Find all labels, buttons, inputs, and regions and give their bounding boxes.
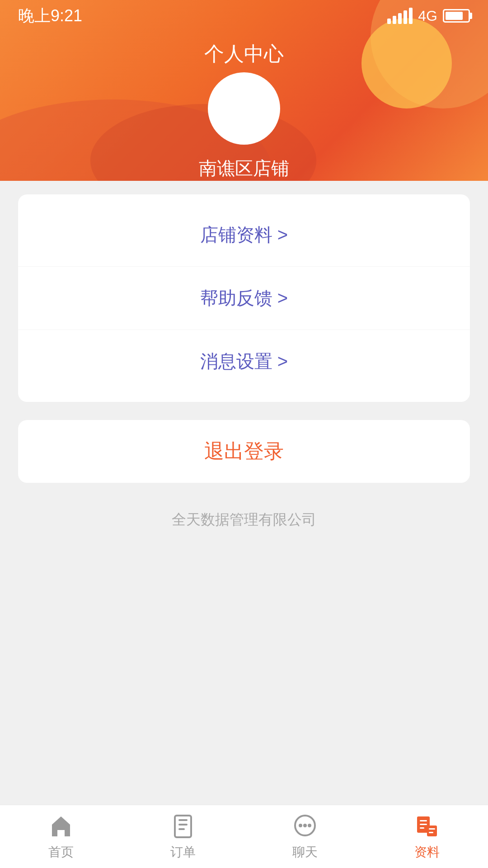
menu-item-shop-profile[interactable]: 店铺资料 > bbox=[18, 203, 470, 267]
page-title: 个人中心 bbox=[204, 41, 284, 67]
chat-icon bbox=[291, 813, 319, 840]
nav-item-chat[interactable]: 聊天 bbox=[244, 813, 366, 861]
status-icons: 4G bbox=[387, 8, 470, 24]
avatar bbox=[208, 72, 280, 145]
profile-icon bbox=[413, 813, 441, 840]
svg-point-7 bbox=[308, 824, 311, 827]
nav-label-order: 订单 bbox=[170, 844, 196, 861]
home-icon bbox=[47, 813, 75, 840]
nav-item-home[interactable]: 首页 bbox=[0, 813, 122, 861]
svg-point-6 bbox=[303, 824, 307, 827]
status-bar: 晚上9:21 4G bbox=[0, 0, 488, 32]
svg-rect-10 bbox=[420, 824, 427, 825]
nav-item-profile[interactable]: 资料 bbox=[366, 813, 488, 861]
svg-rect-12 bbox=[427, 826, 437, 836]
menu-item-message-settings-label: 消息设置 > bbox=[200, 349, 288, 374]
menu-item-help-feedback[interactable]: 帮助反馈 > bbox=[18, 267, 470, 330]
company-name: 全天数据管理有限公司 bbox=[0, 510, 488, 530]
content-area: 店铺资料 > 帮助反馈 > 消息设置 > 退出登录 全天数据管理有限公司 bbox=[0, 181, 488, 805]
svg-rect-0 bbox=[175, 816, 191, 837]
menu-item-message-settings[interactable]: 消息设置 > bbox=[18, 330, 470, 393]
nav-label-home: 首页 bbox=[48, 844, 74, 861]
svg-rect-9 bbox=[420, 820, 427, 821]
menu-item-shop-profile-label: 店铺资料 > bbox=[200, 222, 288, 247]
battery-icon bbox=[443, 9, 470, 23]
svg-point-5 bbox=[299, 824, 302, 827]
username-label: 南谯区店铺 bbox=[199, 156, 289, 181]
nav-item-order[interactable]: 订单 bbox=[122, 813, 244, 861]
nav-label-profile: 资料 bbox=[414, 844, 440, 861]
svg-rect-11 bbox=[420, 827, 424, 829]
hero-decoration-2 bbox=[361, 18, 452, 108]
svg-rect-14 bbox=[429, 832, 433, 833]
status-time: 晚上9:21 bbox=[18, 5, 82, 27]
avatar-container bbox=[208, 72, 280, 145]
menu-card: 店铺资料 > 帮助反馈 > 消息设置 > bbox=[18, 194, 470, 402]
menu-item-help-feedback-label: 帮助反馈 > bbox=[200, 286, 288, 311]
svg-rect-2 bbox=[178, 824, 188, 826]
network-type: 4G bbox=[418, 8, 437, 24]
order-icon bbox=[169, 813, 197, 840]
svg-rect-1 bbox=[178, 819, 188, 821]
signal-icon bbox=[387, 8, 413, 24]
logout-button[interactable]: 退出登录 bbox=[18, 420, 470, 483]
svg-rect-3 bbox=[178, 828, 185, 830]
nav-label-chat: 聊天 bbox=[292, 844, 318, 861]
bottom-nav: 首页 订单 聊天 资料 bbox=[0, 805, 488, 868]
logout-label: 退出登录 bbox=[204, 438, 284, 465]
svg-rect-13 bbox=[429, 828, 435, 830]
